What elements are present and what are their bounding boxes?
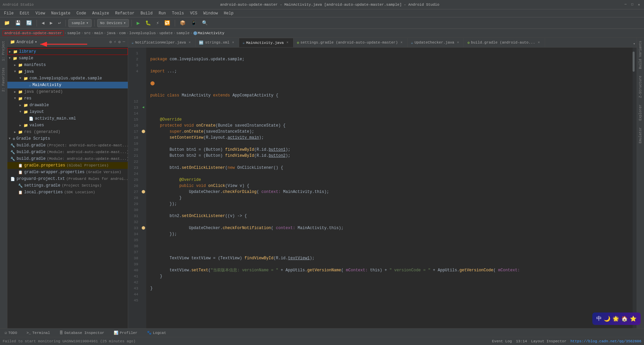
tab-close-notification[interactable]: × [187,40,192,45]
tree-item-java-generated[interactable]: ▶ 📁 java (generated) [7,88,128,95]
close-button[interactable]: ✕ [637,2,641,7]
bottom-tab-logcat[interactable]: 🐾 Logcat [145,330,168,336]
menu-vcs[interactable]: VCS [187,10,200,16]
breadcrumb-java[interactable]: java [107,31,115,35]
minimize-button[interactable]: ─ [623,2,628,7]
menu-build[interactable]: Build [138,10,155,16]
layout-inspector-btn[interactable]: Layout Inspector [531,339,567,343]
database-icon: 🗄 [59,331,63,335]
breadcrumb-src[interactable]: src [84,31,91,35]
toolbar-save-btn[interactable]: 💾 [13,19,23,26]
breadcrumb-com[interactable]: com [119,31,126,35]
tree-item-res[interactable]: ▼ 📁 res [7,95,128,102]
menu-code[interactable]: Code [74,10,89,16]
toolbar-refresh-btn[interactable]: 🔄 [24,19,34,26]
toolbar-revert-btn[interactable]: ↩ [56,19,63,26]
android-view-selector[interactable]: 📁 Android ▾ [10,40,37,45]
menu-run[interactable]: Run [156,10,169,16]
tree-item-settings-gradle[interactable]: ▶ 🔧 settings.gradle (Project Settings) [7,182,128,189]
sidebar-tab-project[interactable]: 1: Project [1,39,6,63]
event-log-btn[interactable]: Event Log [492,339,512,343]
maximize-button[interactable]: □ [630,2,635,7]
menu-window[interactable]: Window [201,10,220,16]
tree-item-mainactivity[interactable]: ▶ ☕ MainActivity [7,82,128,88]
tabs-overflow-btn[interactable]: ▾ [632,40,637,47]
breadcrumb-loveplusplus[interactable]: loveplusplus [129,31,156,35]
sidebar-tab-explorer[interactable]: Explorer [638,102,643,123]
tab-close-strings[interactable]: × [231,40,235,45]
tree-item-manifests[interactable]: ▶ 📁 manifests [7,62,128,68]
tab-icon-notification: ☕ [131,41,134,45]
tab-close-main[interactable]: × [285,41,290,45]
tree-item-gradle-scripts[interactable]: ▼ ⚙ Gradle Scripts [7,135,128,142]
bottom-tab-profiler[interactable]: 📊 Profiler [112,330,140,336]
tab-settings-gradle[interactable]: ⚙ settings.gradle (android-auto-update-m… [293,38,408,47]
menu-edit[interactable]: Edit [17,10,32,16]
menu-file[interactable]: File [1,10,16,16]
menu-navigate[interactable]: Navigate [48,10,73,16]
bottom-tab-todo[interactable]: ☑ TODO [3,330,19,336]
apply-changes-btn[interactable]: ⚡ [154,19,161,26]
collapse-icon[interactable]: ─ [123,40,125,45]
sidebar-tab-favorites[interactable]: 2: Favorites [1,66,6,94]
breadcrumb-sample[interactable]: sample [67,31,80,35]
tree-item-values[interactable]: ▶ 📁 values [7,122,128,129]
menu-refactor[interactable]: Refactor [112,10,137,16]
search-everywhere-btn[interactable]: 🔍 [200,19,210,26]
sync-project-icon[interactable]: ⚙ [109,40,112,45]
run-button[interactable]: ▶ [135,19,142,27]
tree-item-local-properties[interactable]: ▶ 📋 local.properties (SDK Location) [7,189,128,196]
tree-item-sample[interactable]: ▼ 📁 sample [7,55,128,62]
filter-icon[interactable]: ⚡ [114,40,116,45]
tree-item-gradle-properties[interactable]: ▶ 📋 gradle.properties (Global Properties… [7,162,128,169]
tree-item-package[interactable]: ▼ 📁 com.loveplusplus.update.sample [7,75,128,82]
menu-tools[interactable]: Tools [169,10,187,16]
profiler-label: Profiler [120,331,138,335]
breadcrumb-root[interactable]: android-auto-update-master [3,30,64,36]
tab-close-build[interactable]: × [537,40,541,45]
status-url: https://blog.cadn.net/qq/3562606 [571,339,641,343]
settings-gear-icon[interactable]: ⚙ [118,40,121,45]
sidebar-tab-emulator[interactable]: Emulator [638,125,643,145]
menu-help[interactable]: Help [221,10,236,16]
tab-notification-helper[interactable]: ☕ NotificationHelper.java × [128,38,196,47]
project-selector[interactable]: sample ▾ [68,19,91,27]
breadcrumb-sample2[interactable]: sample [176,31,190,35]
toolbar-back-btn[interactable]: ◀ [40,19,46,26]
sdk-manager-btn[interactable]: 📦 [178,19,187,26]
tree-item-java[interactable]: ▼ 📁 java [7,68,128,75]
bottom-tab-terminal[interactable]: >_ Terminal [24,330,52,336]
debug-button[interactable]: 🐛 [143,19,153,26]
code-content[interactable]: package com.loveplusplus.update.sample; … [146,48,633,328]
sync-btn[interactable]: 🔁 [162,19,172,26]
breadcrumb-main[interactable]: main [94,31,103,35]
avd-manager-btn[interactable]: 📱 [189,19,199,26]
tree-item-drawable[interactable]: ▶ 📁 drawable [7,102,128,109]
tree-item-layout[interactable]: ▼ 📁 layout [7,109,128,115]
tree-item-gradle-wrapper[interactable]: ▶ 📋 gradle-wrapper.properties (Gradle Ve… [7,169,128,176]
tree-item-build-gradle-project[interactable]: ▶ 🔧 build.gradle (Project: android-auto-… [7,142,128,149]
menu-analyze[interactable]: Analyze [90,10,112,16]
tree-item-build-gradle-module2[interactable]: ▶ 🔧 build.gradle (Module: android-auto-u… [7,155,128,162]
bottom-tab-database[interactable]: 🗄 Database Inspector [57,330,106,336]
tab-main-activity[interactable]: ☕ MainActivity.java × [239,38,293,47]
toolbar-forward-btn[interactable]: ▶ [48,19,54,26]
code-minimap[interactable] [633,48,637,328]
sidebar-tab-structure[interactable]: Z-Structure [638,74,643,100]
tree-item-build-gradle-module1[interactable]: ▶ 🔧 build.gradle (Module: android-auto-u… [7,149,128,155]
tab-close-update[interactable]: × [455,40,460,45]
tree-item-activity-main-xml[interactable]: ▶ 📄 activity_main.xml [7,115,128,122]
tab-update-checker[interactable]: ☕ UpdateChecker.java × [408,38,464,47]
tree-item-library[interactable]: ▶ 📁 library [7,48,128,55]
device-selector[interactable]: No Devices ▾ [97,19,129,27]
tab-strings[interactable]: 🔤 strings.xml × [196,38,239,47]
tree-item-res-generated[interactable]: ▶ 📁 res (generated) [7,129,128,135]
toolbar-open-btn[interactable]: 📁 [2,19,12,26]
sidebar-tab-build-variants[interactable]: Build Variants [638,39,643,71]
breadcrumb-update[interactable]: update [159,31,173,35]
window-controls: ─ □ ✕ [623,2,641,7]
menu-view[interactable]: View [33,10,48,16]
tab-close-settings[interactable]: × [399,40,404,45]
tab-build-gradle[interactable]: ⚙ build.gradle (android-auto... × [464,38,545,47]
tree-item-proguard[interactable]: ▶ 📄 proguard-project.txt (ProGuard Rules… [7,176,128,182]
